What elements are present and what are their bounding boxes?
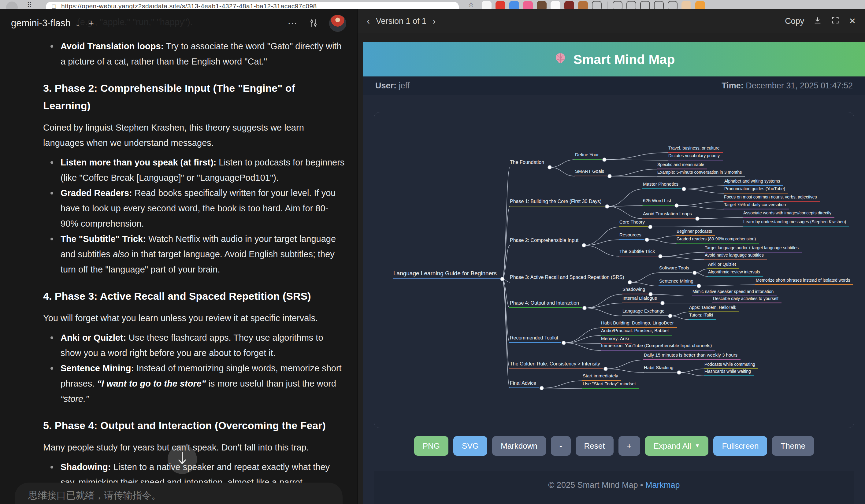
extension-outline-2[interactable] <box>613 1 622 9</box>
mindmap-node[interactable]: Master Phonetics <box>642 181 681 189</box>
mindmap-panel[interactable]: Language Learning Guide for BeginnersThe… <box>374 112 854 428</box>
mindmap-collapse-circle[interactable] <box>562 341 566 345</box>
mindmap-node[interactable]: Tutors: iTalki <box>689 313 716 320</box>
mindmap-node[interactable]: Final Advice <box>509 380 539 388</box>
mindmap-node[interactable]: Language Exchange <box>622 308 668 316</box>
extension-outline-1[interactable] <box>592 1 602 9</box>
mindmap-node[interactable]: Define Your <box>574 152 602 160</box>
mindmap-collapse-circle[interactable] <box>602 158 606 162</box>
theme-button[interactable]: Theme <box>772 436 814 456</box>
mindmap-collapse-circle[interactable] <box>682 187 686 191</box>
mindmap-node[interactable]: Sentence Mining <box>659 278 696 286</box>
mindmap-node[interactable]: Use "Start Today" mindset <box>582 381 639 389</box>
extension-outline-3[interactable] <box>626 1 636 9</box>
mindmap-node[interactable]: Beginner podcasts <box>676 229 715 236</box>
mindmap-node[interactable]: Habit Building: Duolingo, LingoDeer <box>600 320 677 328</box>
mindmap-collapse-circle[interactable] <box>605 204 609 208</box>
extension-pink[interactable] <box>523 1 533 9</box>
extension-orange[interactable] <box>695 1 705 9</box>
bookmark-icon[interactable]: ▢ <box>51 3 58 9</box>
mindmap-collapse-circle[interactable] <box>604 367 608 371</box>
extension-outline-6[interactable] <box>668 1 678 9</box>
mindmap-node[interactable]: Shadowing <box>622 286 648 294</box>
mindmap-node[interactable]: Podcasts while commuting <box>704 362 758 369</box>
apps-grid-icon[interactable]: ⠿ <box>27 1 35 9</box>
mindmap-collapse-circle[interactable] <box>677 371 681 374</box>
mindmap-node[interactable]: Avoid Translation Loops <box>642 211 695 219</box>
mindmap-collapse-circle[interactable] <box>548 165 552 169</box>
mindmap-node[interactable]: Specific and measurable <box>657 162 707 169</box>
mindmap-node[interactable]: SMART Goals <box>574 168 607 176</box>
mindmap-collapse-circle[interactable] <box>582 244 586 247</box>
mindmap-collapse-circle[interactable] <box>645 238 649 242</box>
reset-button[interactable]: Reset <box>576 436 614 456</box>
mindmap-node[interactable]: Phase 3: Active Recall and Spaced Repeti… <box>509 274 627 282</box>
mindmap-node[interactable]: Memory: Anki <box>600 336 632 343</box>
mindmap-node[interactable]: Alphabet and writing systems <box>724 179 783 186</box>
download-icon[interactable] <box>813 16 822 27</box>
address-bar[interactable]: ▢ https://open-webui.yangtz2sdaidata.sit… <box>46 2 459 9</box>
mindmap-node[interactable]: Immersion: YouTube (Comprehensible Input… <box>600 343 715 351</box>
mindmap-node[interactable]: Describe daily activities to yourself <box>712 296 782 303</box>
user-avatar[interactable] <box>329 15 346 32</box>
copy-button[interactable]: Copy <box>785 16 804 26</box>
mindmap-node[interactable]: Phase 4: Output and Interaction <box>509 300 582 308</box>
new-chat-icon[interactable]: + <box>89 18 94 28</box>
mindmap-node[interactable]: Resources <box>619 232 645 240</box>
more-options-icon[interactable]: ⋯ <box>288 17 298 29</box>
mindmap-node[interactable]: Memorize short phrases instead of isolat… <box>755 278 853 285</box>
chevron-down-icon[interactable]: ⌄ <box>75 20 80 28</box>
mindmap-node[interactable]: Daily 15 minutes is better than weekly 3… <box>643 352 740 360</box>
mindmap-collapse-circle[interactable] <box>661 301 664 305</box>
next-version-icon[interactable]: › <box>432 16 436 26</box>
mindmap-node[interactable]: Associate words with images/concepts dir… <box>743 210 834 218</box>
mindmap-node[interactable]: 625 Word List <box>642 198 674 206</box>
profile-avatar[interactable] <box>681 1 691 9</box>
chat-input[interactable] <box>28 490 329 501</box>
chat-controls-icon[interactable] <box>308 18 319 28</box>
mindmap-node[interactable]: Phase 1: Building the Core (First 30 Day… <box>509 199 605 207</box>
mindmap-collapse-circle[interactable] <box>628 280 632 284</box>
mindmap-node[interactable]: Focus on most common nouns, verbs, adjec… <box>723 195 820 202</box>
mindmap-collapse-circle[interactable] <box>697 284 701 288</box>
mindmap-node[interactable]: Avoid native language subtitles <box>704 253 767 260</box>
url-text[interactable]: https://open-webui.yangtz2sdaidata.site/… <box>61 2 317 9</box>
png-button[interactable]: PNG <box>414 436 448 456</box>
mindmap-node[interactable]: Internal Dialogue <box>622 295 660 303</box>
mindmap-node[interactable]: Dictates vocabulary priority <box>668 153 723 161</box>
previous-version-icon[interactable]: ‹ <box>367 16 370 26</box>
mindmap-node[interactable]: Recommended Toolkit <box>509 335 561 343</box>
mindmap-node[interactable]: Phase 2: Comprehensible Input <box>509 237 581 245</box>
mindmap-node[interactable]: Target 75% of daily conversation <box>723 202 789 210</box>
mindmap-collapse-circle[interactable] <box>540 386 543 390</box>
mindmap-node[interactable]: Anki or Quizlet <box>707 262 739 269</box>
extension-outline-5[interactable] <box>654 1 664 9</box>
mindmap-node[interactable]: Learn by understanding messages (Stephen… <box>743 219 849 227</box>
extension-red[interactable] <box>496 1 505 9</box>
mindmap-collapse-circle[interactable] <box>668 314 672 318</box>
star-icon[interactable]: ☆ <box>468 1 474 9</box>
mindmap-node[interactable]: Pronunciation guides (YouTube) <box>724 186 788 194</box>
mindmap-collapse-circle[interactable] <box>583 306 586 310</box>
mindmap-node[interactable]: Software Tools <box>659 265 692 273</box>
--button[interactable]: + <box>619 436 640 456</box>
browser-profile-circle[interactable] <box>6 1 18 9</box>
mindmap-canvas[interactable]: Language Learning Guide for BeginnersThe… <box>374 112 854 428</box>
mindmap-node[interactable]: Flashcards while waiting <box>704 369 754 376</box>
mindmap-node[interactable]: Habit Stacking <box>643 365 677 373</box>
close-icon[interactable]: ✕ <box>849 16 856 26</box>
mindmap-node[interactable]: Core Theory <box>619 219 648 227</box>
mindmap-node[interactable]: Target language audio + target language … <box>704 245 802 253</box>
--button[interactable]: - <box>551 436 571 456</box>
fullscreen-button[interactable]: Fullscreen <box>713 436 767 456</box>
mindmap-node[interactable]: The Subtitle Trick <box>619 249 658 256</box>
mindmap-node[interactable]: Start immediately <box>582 373 621 381</box>
mindmap-collapse-circle[interactable] <box>659 255 662 258</box>
extension-panda[interactable] <box>482 1 492 9</box>
mindmap-node[interactable]: Audio/Practical: Pimsleur, Babbel <box>600 328 672 336</box>
mindmap-node[interactable]: Algorithmic review intervals <box>707 269 763 277</box>
expand-all-button[interactable]: Expand All▼ <box>645 436 709 456</box>
markdown-button[interactable]: Markdown <box>492 436 546 456</box>
mindmap-collapse-circle[interactable] <box>648 225 652 229</box>
mindmap-collapse-circle[interactable] <box>675 204 678 207</box>
